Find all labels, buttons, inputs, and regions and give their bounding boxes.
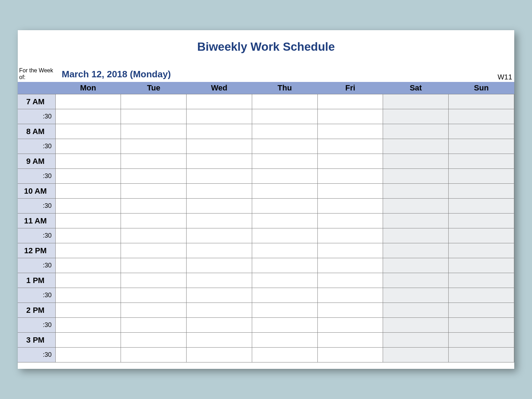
schedule-cell[interactable] xyxy=(121,169,187,184)
schedule-cell[interactable] xyxy=(383,184,449,199)
schedule-cell[interactable] xyxy=(187,199,252,214)
schedule-cell[interactable] xyxy=(252,109,317,124)
schedule-cell[interactable] xyxy=(252,214,317,228)
schedule-cell[interactable] xyxy=(252,228,317,243)
schedule-cell[interactable] xyxy=(317,243,383,258)
schedule-cell[interactable] xyxy=(449,139,514,154)
schedule-cell[interactable] xyxy=(55,154,121,169)
schedule-cell[interactable] xyxy=(252,124,317,139)
schedule-cell[interactable] xyxy=(449,303,514,318)
schedule-cell[interactable] xyxy=(449,273,514,288)
schedule-cell[interactable] xyxy=(383,94,449,109)
schedule-cell[interactable] xyxy=(55,169,121,184)
schedule-cell[interactable] xyxy=(121,124,187,139)
schedule-cell[interactable] xyxy=(187,348,252,362)
schedule-cell[interactable] xyxy=(252,318,317,333)
schedule-cell[interactable] xyxy=(55,348,121,362)
schedule-cell[interactable] xyxy=(55,184,121,199)
schedule-cell[interactable] xyxy=(317,124,383,139)
schedule-cell[interactable] xyxy=(121,109,187,124)
schedule-cell[interactable] xyxy=(187,318,252,333)
schedule-cell[interactable] xyxy=(121,303,187,318)
schedule-cell[interactable] xyxy=(317,303,383,318)
schedule-cell[interactable] xyxy=(121,258,187,273)
schedule-cell[interactable] xyxy=(383,288,449,303)
schedule-cell[interactable] xyxy=(55,288,121,303)
schedule-cell[interactable] xyxy=(55,303,121,318)
schedule-cell[interactable] xyxy=(317,154,383,169)
schedule-cell[interactable] xyxy=(55,199,121,214)
schedule-cell[interactable] xyxy=(55,258,121,273)
schedule-cell[interactable] xyxy=(449,288,514,303)
schedule-cell[interactable] xyxy=(317,94,383,109)
schedule-cell[interactable] xyxy=(187,109,252,124)
for-week-value[interactable]: March 12, 2018 (Monday) xyxy=(57,69,171,82)
schedule-cell[interactable] xyxy=(121,348,187,362)
schedule-cell[interactable] xyxy=(252,273,317,288)
schedule-cell[interactable] xyxy=(449,169,514,184)
schedule-cell[interactable] xyxy=(449,243,514,258)
schedule-cell[interactable] xyxy=(449,258,514,273)
schedule-cell[interactable] xyxy=(55,124,121,139)
schedule-cell[interactable] xyxy=(121,214,187,228)
schedule-cell[interactable] xyxy=(187,228,252,243)
schedule-cell[interactable] xyxy=(252,154,317,169)
schedule-cell[interactable] xyxy=(55,139,121,154)
schedule-cell[interactable] xyxy=(383,303,449,318)
schedule-cell[interactable] xyxy=(121,94,187,109)
schedule-cell[interactable] xyxy=(55,273,121,288)
schedule-cell[interactable] xyxy=(449,333,514,348)
schedule-cell[interactable] xyxy=(317,348,383,362)
schedule-cell[interactable] xyxy=(252,288,317,303)
schedule-cell[interactable] xyxy=(383,214,449,228)
schedule-cell[interactable] xyxy=(187,169,252,184)
schedule-cell[interactable] xyxy=(449,184,514,199)
schedule-cell[interactable] xyxy=(383,318,449,333)
schedule-cell[interactable] xyxy=(383,124,449,139)
schedule-cell[interactable] xyxy=(252,303,317,318)
schedule-cell[interactable] xyxy=(187,273,252,288)
schedule-cell[interactable] xyxy=(252,348,317,362)
schedule-cell[interactable] xyxy=(187,333,252,348)
schedule-cell[interactable] xyxy=(121,273,187,288)
schedule-cell[interactable] xyxy=(252,94,317,109)
schedule-cell[interactable] xyxy=(449,154,514,169)
schedule-cell[interactable] xyxy=(187,154,252,169)
schedule-cell[interactable] xyxy=(55,333,121,348)
schedule-cell[interactable] xyxy=(252,199,317,214)
schedule-cell[interactable] xyxy=(383,333,449,348)
schedule-cell[interactable] xyxy=(55,243,121,258)
schedule-cell[interactable] xyxy=(317,228,383,243)
schedule-cell[interactable] xyxy=(252,243,317,258)
schedule-cell[interactable] xyxy=(383,109,449,124)
schedule-cell[interactable] xyxy=(121,199,187,214)
schedule-cell[interactable] xyxy=(449,109,514,124)
schedule-cell[interactable] xyxy=(317,169,383,184)
schedule-cell[interactable] xyxy=(383,169,449,184)
schedule-cell[interactable] xyxy=(317,258,383,273)
schedule-cell[interactable] xyxy=(317,199,383,214)
schedule-cell[interactable] xyxy=(187,124,252,139)
schedule-cell[interactable] xyxy=(383,243,449,258)
schedule-cell[interactable] xyxy=(55,228,121,243)
schedule-cell[interactable] xyxy=(383,273,449,288)
schedule-cell[interactable] xyxy=(252,333,317,348)
schedule-cell[interactable] xyxy=(121,243,187,258)
schedule-cell[interactable] xyxy=(383,139,449,154)
schedule-cell[interactable] xyxy=(187,258,252,273)
schedule-cell[interactable] xyxy=(121,184,187,199)
schedule-cell[interactable] xyxy=(449,214,514,228)
schedule-cell[interactable] xyxy=(187,214,252,228)
schedule-cell[interactable] xyxy=(449,94,514,109)
schedule-cell[interactable] xyxy=(55,109,121,124)
schedule-cell[interactable] xyxy=(187,303,252,318)
schedule-cell[interactable] xyxy=(317,139,383,154)
schedule-cell[interactable] xyxy=(55,318,121,333)
schedule-cell[interactable] xyxy=(121,154,187,169)
schedule-cell[interactable] xyxy=(317,109,383,124)
schedule-cell[interactable] xyxy=(317,184,383,199)
schedule-cell[interactable] xyxy=(252,139,317,154)
schedule-cell[interactable] xyxy=(252,258,317,273)
schedule-cell[interactable] xyxy=(449,228,514,243)
schedule-cell[interactable] xyxy=(187,243,252,258)
